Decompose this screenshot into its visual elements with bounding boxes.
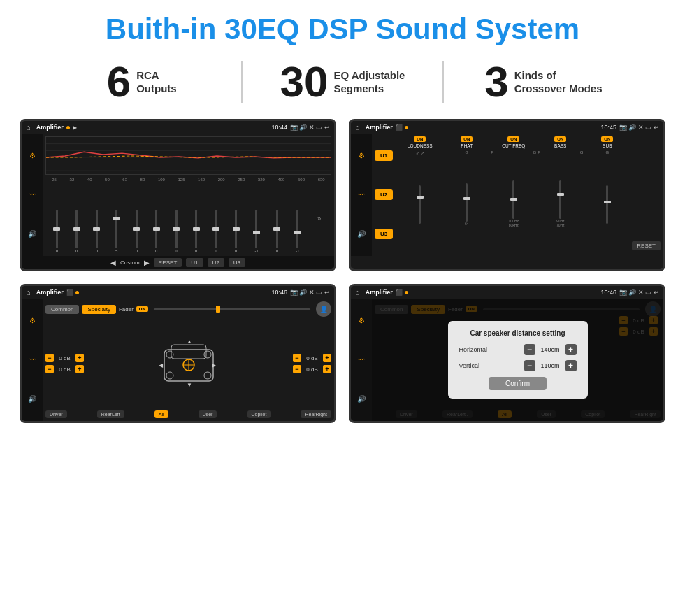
reset-button[interactable]: RESET [154,258,182,267]
eq-track-6[interactable] [175,210,178,248]
sub-thumb[interactable] [604,201,611,203]
eq-track-1[interactable] [75,210,78,248]
eq-track-7[interactable] [195,210,197,248]
confirm-button[interactable]: Confirm [489,377,547,390]
eq-status-icons: 📷 🔊 ✕ ▭ ↩ [290,124,330,131]
eq-thumb-0[interactable] [53,227,60,231]
xover-reset-button[interactable]: RESET [632,241,661,250]
right-plus-1[interactable]: + [323,354,331,362]
fader-track[interactable] [154,308,310,310]
fader-speaker-icon[interactable]: 🔊 [28,395,36,403]
eq-track-0[interactable] [56,210,58,248]
phat-track[interactable] [466,183,468,222]
home-icon[interactable]: ⌂ [26,123,31,131]
cutfreq-thumb[interactable] [510,198,517,201]
eq-track-3[interactable] [115,210,117,248]
eq-track-2[interactable] [96,210,98,248]
eq-screen-title: Amplifier [36,124,64,131]
right-vol-row-1: − 0 dB + [293,354,331,362]
left-plus-1[interactable]: + [75,354,84,362]
left-minus-1[interactable]: − [45,354,54,362]
eq-track-10[interactable] [255,210,257,248]
vertical-minus-button[interactable]: − [524,360,535,371]
eq-thumb-1[interactable] [73,227,80,231]
preset-u2[interactable]: U2 [375,189,393,200]
eq-track-11[interactable] [276,210,278,248]
eq-main: 2532405063 80100125160200 25032040050063… [43,134,334,256]
loudness-track[interactable] [419,185,421,224]
fader-filter-icon[interactable]: ⚙ [29,317,36,324]
eq-val-5: 0 [155,249,157,253]
avatar-icon[interactable]: 👤 [316,301,331,317]
next-icon[interactable]: ▶ [144,259,150,266]
eq-thumb-12[interactable] [294,231,301,234]
bass-track[interactable] [559,180,561,219]
horizontal-minus-button[interactable]: − [524,344,535,355]
left-plus-2[interactable]: + [75,365,84,373]
car-svg: ▲ ▼ ◀ ▶ [157,339,220,388]
more-icon[interactable]: » [317,215,322,222]
left-minus-2[interactable]: − [45,365,54,373]
xover-filter-icon[interactable]: ⚙ [359,152,365,159]
driver-btn[interactable]: Driver [45,410,67,418]
eq-filter-icon[interactable]: ⚙ [29,152,36,159]
distance-screen: ⌂ Amplifier ⬛ 10:46 📷 🔊 ✕ ▭ ↩ ⚙ 〰 🔊 Comm… [349,284,665,423]
fader-home-icon[interactable]: ⌂ [26,288,31,296]
xover-wave-icon[interactable]: 〰 [358,191,365,199]
eq-thumb-11[interactable] [273,227,280,231]
sub-track[interactable] [606,185,608,224]
eq-track-5[interactable] [155,210,157,248]
right-plus-2[interactable]: + [323,365,331,373]
dist-speaker-icon[interactable]: 🔊 [357,395,366,403]
prev-icon[interactable]: ◀ [110,259,116,266]
right-minus-1[interactable]: − [293,354,301,362]
dist-home-icon[interactable]: ⌂ [355,288,360,296]
dist-icon1: ⬛ [396,289,403,296]
phat-thumb[interactable] [463,197,470,200]
loudness-on: ON [414,136,426,142]
cutfreq-track[interactable] [512,180,514,219]
xover-home-icon[interactable]: ⌂ [355,123,360,131]
eq-val-10: -1 [255,249,259,253]
eq-thumb-7[interactable] [193,227,200,231]
right-minus-2[interactable]: − [293,365,301,373]
eq-thumb-10[interactable] [253,231,260,234]
eq-thumb-4[interactable] [133,227,140,231]
eq-speaker-icon[interactable]: 🔊 [28,230,36,238]
preset-u1[interactable]: U1 [375,150,393,161]
eq-thumb-2[interactable] [93,227,100,231]
xover-screen-title: Amplifier [366,124,393,131]
eq-track-9[interactable] [235,210,237,248]
eq-thumb-5[interactable] [153,227,160,231]
eq-wave-icon[interactable]: 〰 [29,191,36,199]
fader-wave-icon[interactable]: 〰 [29,356,36,364]
eq-thumb-9[interactable] [233,227,240,231]
xover-phat: ON PHAT G 64 [444,136,489,253]
eq-thumb-3[interactable] [113,217,120,220]
rearright-btn[interactable]: RearRight [301,410,331,418]
eq-track-12[interactable] [296,210,298,248]
eq-track-8[interactable] [215,210,217,248]
dist-sidebar: ⚙ 〰 🔊 [351,299,372,421]
eq-thumb-8[interactable] [212,227,219,231]
user-btn[interactable]: User [199,410,217,418]
all-btn[interactable]: All [154,410,168,418]
u2-button[interactable]: U2 [208,258,224,267]
xover-speaker-icon[interactable]: 🔊 [357,230,366,238]
fader-specialty-tab[interactable]: Specialty [82,305,115,314]
loudness-thumb[interactable] [417,196,424,199]
fader-thumb[interactable] [216,306,220,313]
dist-filter-icon[interactable]: ⚙ [359,317,365,324]
dist-wave-icon[interactable]: 〰 [358,356,365,364]
u3-button[interactable]: U3 [229,258,245,267]
rearleft-btn[interactable]: RearLeft [97,410,124,418]
copilot-btn[interactable]: Copilot [247,410,271,418]
u1-button[interactable]: U1 [186,258,203,267]
vertical-plus-button[interactable]: + [565,360,577,371]
eq-track-4[interactable] [136,210,138,248]
bass-thumb[interactable] [557,193,564,196]
preset-u3[interactable]: U3 [375,229,393,239]
horizontal-plus-button[interactable]: + [565,344,577,355]
fader-common-tab[interactable]: Common [45,305,79,314]
eq-thumb-6[interactable] [173,227,180,231]
